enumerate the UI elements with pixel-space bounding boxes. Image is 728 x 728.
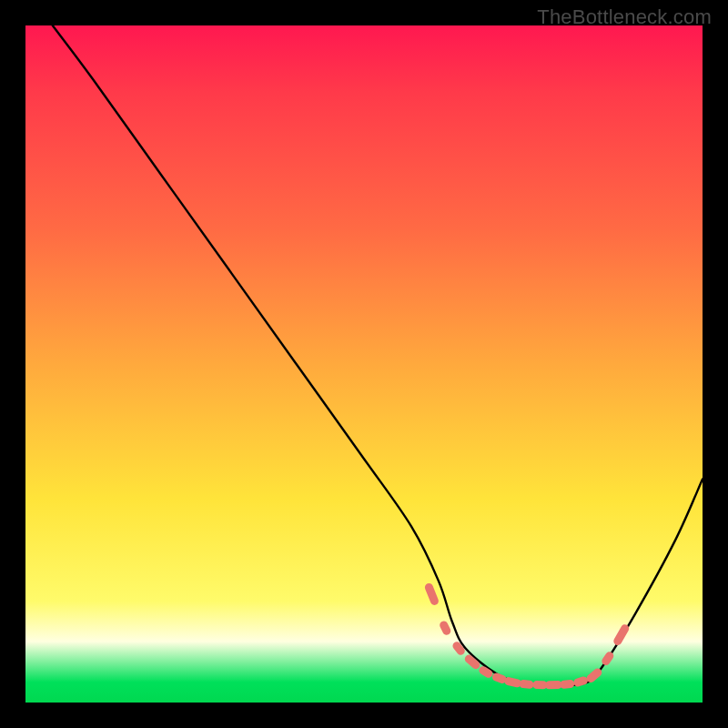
plateau-tick xyxy=(469,659,476,665)
plateau-tick xyxy=(578,681,584,682)
plateau-tick xyxy=(509,682,518,683)
bottleneck-curve xyxy=(53,25,703,686)
plateau-tick xyxy=(497,677,503,679)
plateau-tick xyxy=(591,672,598,679)
plateau-tick xyxy=(444,625,447,631)
plateau-tick xyxy=(618,629,625,642)
chart-frame: TheBottleneck.com xyxy=(0,0,728,728)
plot-area xyxy=(25,25,703,703)
plateau-tick xyxy=(429,588,434,602)
plateau-tick xyxy=(523,684,530,685)
plateau-tick xyxy=(564,684,571,685)
curve-layer xyxy=(25,25,703,703)
plateau-tick xyxy=(483,671,489,674)
plateau-tick xyxy=(606,656,610,662)
plateau-tick xyxy=(457,646,460,652)
